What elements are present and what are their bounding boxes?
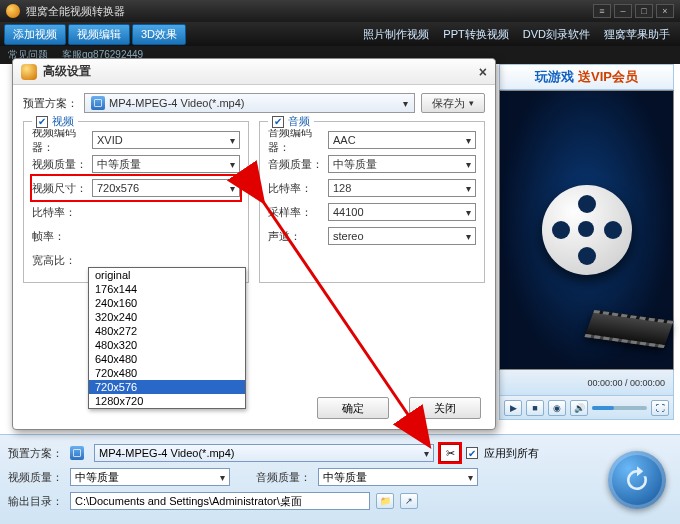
time-display: 00:00:00 / 00:00:00	[587, 378, 665, 388]
dlg-preset-select[interactable]: MP4-MPEG-4 Video(*.mp4)	[84, 93, 415, 113]
link-dvd[interactable]: DVD刻录软件	[523, 27, 590, 42]
window-settings-icon[interactable]: ≡	[593, 4, 611, 18]
volume-icon[interactable]: 🔊	[570, 400, 588, 416]
titlebar: 狸窝全能视频转换器 ≡ – □ ×	[0, 0, 680, 22]
ok-button[interactable]: 确定	[317, 397, 389, 419]
stop-button[interactable]: ■	[526, 400, 544, 416]
add-video-button[interactable]: 添加视频	[4, 24, 66, 45]
video-timeline-bar: 00:00:00 / 00:00:00	[499, 370, 674, 396]
video-quality-label: 视频质量：	[32, 157, 88, 172]
video-fps-label: 帧率：	[32, 229, 88, 244]
convert-button[interactable]	[608, 451, 666, 509]
video-quality-select-dlg[interactable]: 中等质量	[92, 155, 240, 173]
video-legend: 视频	[52, 114, 74, 129]
main-toolbar: 添加视频 视频编辑 3D效果 照片制作视频 PPT转换视频 DVD刻录软件 狸窝…	[0, 22, 680, 46]
link-apple[interactable]: 狸窝苹果助手	[604, 27, 670, 42]
audio-channel-label: 声道：	[268, 229, 324, 244]
audio-samplerate-label: 采样率：	[268, 205, 324, 220]
output-dir-label: 输出目录：	[8, 494, 64, 509]
video-control-bar: ▶ ■ ◉ 🔊 ⛶	[499, 396, 674, 420]
promo-banner[interactable]: 玩游戏 送VIP会员	[499, 64, 674, 90]
edit-video-button[interactable]: 视频编辑	[68, 24, 130, 45]
fullscreen-button[interactable]: ⛶	[651, 400, 669, 416]
cancel-button[interactable]: 关闭	[409, 397, 481, 419]
audio-quality-label: 音频质量：	[268, 157, 324, 172]
audio-legend: 音频	[288, 114, 310, 129]
audio-fieldset: ✔音频 音频编码器：AAC 音频质量：中等质量 比特率：128 采样率：4410…	[259, 121, 485, 283]
size-option[interactable]: 1280x720	[89, 394, 245, 408]
snapshot-button[interactable]: ◉	[548, 400, 566, 416]
size-option[interactable]: 176x144	[89, 282, 245, 296]
size-option[interactable]: 240x160	[89, 296, 245, 310]
audio-enable-checkbox[interactable]: ✔	[272, 116, 284, 128]
video-codec-label: 视频编码器：	[32, 125, 88, 155]
audio-quality-select-dlg[interactable]: 中等质量	[328, 155, 476, 173]
dialog-icon	[21, 64, 37, 80]
size-option[interactable]: 320x240	[89, 310, 245, 324]
size-option[interactable]: 720x480	[89, 366, 245, 380]
video-bitrate-label: 比特率：	[32, 205, 88, 220]
audio-codec-label: 音频编码器：	[268, 125, 324, 155]
video-size-select[interactable]: 720x576	[92, 179, 240, 197]
play-button[interactable]: ▶	[504, 400, 522, 416]
video-codec-select[interactable]: XVID	[92, 131, 240, 149]
window-close[interactable]: ×	[656, 4, 674, 18]
open-folder-button[interactable]: ↗	[400, 493, 418, 509]
audio-samplerate-select[interactable]: 44100	[328, 203, 476, 221]
video-enable-checkbox[interactable]: ✔	[36, 116, 48, 128]
link-photo[interactable]: 照片制作视频	[363, 27, 429, 42]
film-strip-icon	[584, 310, 673, 348]
video-aspect-label: 宽高比：	[32, 253, 88, 268]
preset-file-icon	[91, 96, 105, 110]
link-ppt[interactable]: PPT转换视频	[443, 27, 508, 42]
size-option[interactable]: 640x480	[89, 352, 245, 366]
audio-quality-label: 音频质量：	[256, 470, 312, 485]
app-icon	[6, 4, 20, 18]
audio-bitrate-select[interactable]: 128	[328, 179, 476, 197]
video-preview	[499, 90, 674, 370]
bottom-panel: 预置方案： MP4-MPEG-4 Video(*.mp4) ✂ ✔ 应用到所有 …	[0, 434, 680, 524]
video-panel: 玩游戏 送VIP会员 00:00:00 / 00:00:00 ▶ ■ ◉ 🔊 ⛶	[499, 64, 674, 420]
video-size-dropdown[interactable]: original176x144240x160320x240480x272480x…	[88, 267, 246, 409]
dialog-titlebar: 高级设置 ×	[13, 59, 495, 85]
audio-channel-select[interactable]: stereo	[328, 227, 476, 245]
video-quality-select[interactable]: 中等质量	[70, 468, 230, 486]
apply-all-label: 应用到所有	[484, 446, 539, 461]
output-dir-field[interactable]: C:\Documents and Settings\Administrator\…	[70, 492, 370, 510]
window-minimize[interactable]: –	[614, 4, 632, 18]
browse-folder-button[interactable]: 📁	[376, 493, 394, 509]
banner-text-1: 玩游戏	[535, 68, 574, 86]
size-option[interactable]: original	[89, 268, 245, 282]
audio-quality-select[interactable]: 中等质量	[318, 468, 478, 486]
effect-3d-button[interactable]: 3D效果	[132, 24, 186, 45]
advanced-settings-dialog: 高级设置 × 预置方案： MP4-MPEG-4 Video(*.mp4) 保存为…	[12, 58, 496, 430]
dialog-title: 高级设置	[43, 63, 91, 80]
preset-label: 预置方案：	[8, 446, 64, 461]
video-fieldset: ✔视频 视频编码器：XVID 视频质量：中等质量 视频尺寸：720x576 比特…	[23, 121, 249, 283]
preset-file-icon	[70, 446, 84, 460]
audio-codec-select[interactable]: AAC	[328, 131, 476, 149]
size-option[interactable]: 480x272	[89, 324, 245, 338]
advanced-settings-button[interactable]: ✂	[440, 444, 460, 462]
video-size-label: 视频尺寸：	[32, 181, 88, 196]
app-title: 狸窝全能视频转换器	[26, 4, 125, 19]
apply-all-checkbox[interactable]: ✔	[466, 447, 478, 459]
banner-text-2: 送VIP会员	[578, 68, 638, 86]
size-option[interactable]: 480x320	[89, 338, 245, 352]
size-option[interactable]: 720x576	[89, 380, 245, 394]
volume-slider[interactable]	[592, 406, 647, 410]
window-maximize[interactable]: □	[635, 4, 653, 18]
preset-select[interactable]: MP4-MPEG-4 Video(*.mp4)	[94, 444, 434, 462]
audio-bitrate-label: 比特率：	[268, 181, 324, 196]
save-as-button[interactable]: 保存为	[421, 93, 485, 113]
dlg-preset-label: 预置方案：	[23, 96, 78, 111]
video-quality-label: 视频质量：	[8, 470, 64, 485]
dialog-close-button[interactable]: ×	[479, 64, 487, 80]
scissors-icon: ✂	[446, 447, 455, 460]
film-reel-icon	[542, 185, 632, 275]
